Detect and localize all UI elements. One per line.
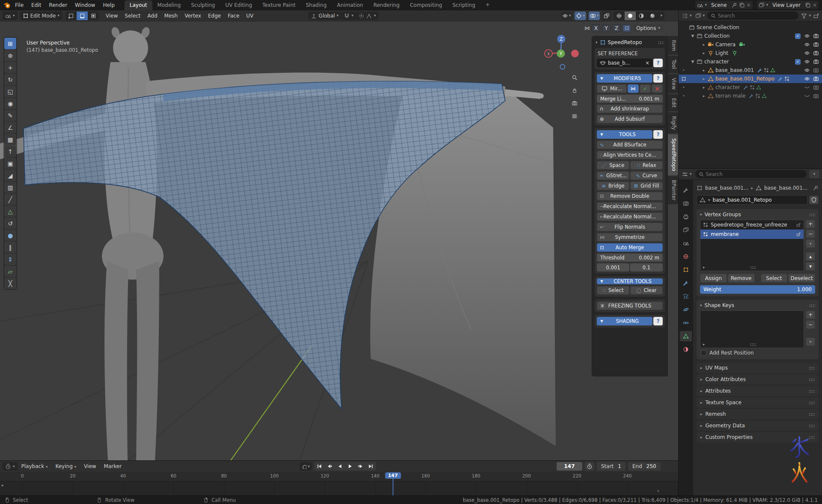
viewport-menu-item[interactable]: Mesh xyxy=(161,13,182,19)
outliner-row-base-base-001[interactable]: • ▸ base_base.001 xyxy=(679,66,822,75)
proportional-editing-group[interactable]: ▾ xyxy=(356,12,378,20)
deselect-button[interactable]: Deselect xyxy=(788,274,815,283)
exclude-checkbox[interactable]: ✓ xyxy=(795,33,801,39)
symmetrize-button[interactable]: ⋈Symmetrize xyxy=(597,233,663,242)
scene-selector[interactable]: ▾ Scene × xyxy=(695,1,752,9)
workspace-tab[interactable]: Layout xyxy=(125,0,152,10)
expander-icon[interactable]: ▸ xyxy=(700,77,708,81)
tool-button[interactable]: ↺ xyxy=(4,218,16,229)
collapsed-panel[interactable]: ▸ Color Attributes xyxy=(697,374,819,385)
visibility-dropdown[interactable]: ▾ xyxy=(561,12,572,20)
tool-button[interactable]: ↻ xyxy=(4,74,16,85)
play-reverse-button[interactable] xyxy=(335,462,345,471)
disable-render-icon[interactable] xyxy=(813,50,819,56)
edge-select-button[interactable] xyxy=(77,12,88,20)
hide-eye-icon[interactable] xyxy=(804,76,810,82)
disable-render-icon[interactable] xyxy=(813,42,819,48)
editor-type-button[interactable]: ▾ xyxy=(3,12,18,20)
solid-shading-button[interactable] xyxy=(625,12,636,20)
prev-keyframe-button[interactable] xyxy=(325,462,335,471)
freezing-tools-button[interactable]: FREEZING TOOLS xyxy=(597,301,663,310)
workspace-tab[interactable]: Sculpting xyxy=(186,0,220,10)
expander-icon[interactable]: ▸ xyxy=(700,51,708,55)
playback-menu[interactable]: Playback ▾ xyxy=(18,463,52,469)
material-preview-button[interactable] xyxy=(636,12,647,20)
marker-menu[interactable]: Marker xyxy=(100,463,125,469)
center-tools-header[interactable]: ▼CENTER TOOLS xyxy=(597,278,663,284)
space-button[interactable]: ⋰Space xyxy=(597,161,629,170)
list-expand-icon[interactable]: ▸ xyxy=(703,265,705,269)
tab-render[interactable] xyxy=(680,198,692,209)
vertex-groups-list[interactable]: Speedretopo_freeze_unfreeze membrane ▸ xyxy=(700,220,804,271)
add-shrinkwrap-button[interactable]: ∩Add shrinkwrap xyxy=(597,104,663,113)
panel-grip[interactable] xyxy=(809,367,815,370)
workspace-tab[interactable]: Texture Paint xyxy=(257,0,301,10)
timeline-ruler[interactable]: 020406080100120140160180200220240 xyxy=(0,472,678,481)
collapse-icon[interactable]: ▾ xyxy=(700,213,702,217)
camera-view-icon[interactable] xyxy=(569,98,581,109)
recalculate-normals-inside-button[interactable]: ←Recalculate Normal... xyxy=(597,212,663,221)
tool-button[interactable]: ▦ xyxy=(4,134,16,145)
tab-constraints[interactable] xyxy=(680,318,692,328)
exclude-checkbox[interactable]: ✓ xyxy=(795,59,801,65)
hide-eye-icon[interactable] xyxy=(804,67,810,73)
add-shape-key-button[interactable]: + xyxy=(806,310,815,319)
view-layer-name[interactable]: View Layer xyxy=(770,2,803,8)
tool-button[interactable]: ▥ xyxy=(4,182,16,193)
outliner-row-character-mesh[interactable]: • ▸ character xyxy=(679,83,822,92)
merge-limit-field[interactable]: Merge Li... 0.001 m xyxy=(597,95,663,103)
panel-grip[interactable] xyxy=(809,304,815,307)
use-preview-range-button[interactable] xyxy=(585,462,594,471)
breadcrumb-data[interactable]: base_base.001... xyxy=(764,185,807,191)
pin-icon[interactable] xyxy=(813,185,819,191)
tab-scene[interactable] xyxy=(680,238,692,248)
orthographic-toggle-icon[interactable] xyxy=(569,110,581,122)
keying-set-dropdown[interactable]: ▾ xyxy=(308,465,310,468)
viewport-menu-item[interactable]: View xyxy=(102,13,121,19)
collapse-icon[interactable]: ▾ xyxy=(596,41,598,45)
zoom-tool-icon[interactable] xyxy=(569,72,581,83)
tool-button[interactable]: + xyxy=(4,62,16,73)
collapse-icon[interactable]: ▾ xyxy=(700,304,702,307)
relax-button[interactable]: ∷Relax xyxy=(630,161,663,170)
tool-button[interactable]: ⊞ xyxy=(4,38,16,49)
threshold-field[interactable]: Threshold 0.002 m xyxy=(597,253,663,262)
shading-header[interactable]: ▼SHADING xyxy=(597,317,652,325)
delete-mirror-button[interactable]: × xyxy=(652,84,663,93)
hide-eye-icon[interactable] xyxy=(804,50,810,56)
tool-button[interactable]: ◉ xyxy=(4,98,16,109)
list-grip[interactable] xyxy=(750,266,756,269)
filter-dropdown[interactable]: ▾ xyxy=(800,12,812,20)
align-vertices-button[interactable]: ∴Align Vertices to Ce... xyxy=(597,151,663,159)
list-grip[interactable] xyxy=(750,343,756,346)
hide-eye-closed-icon[interactable] xyxy=(804,93,810,99)
sidebar-tab[interactable]: Rigify xyxy=(668,112,678,134)
properties-search[interactable] xyxy=(695,170,807,178)
outliner-row-light[interactable]: ▸ Light xyxy=(679,49,822,57)
tool-button[interactable]: ╱ xyxy=(4,194,16,205)
tool-button[interactable]: ▣ xyxy=(4,158,16,169)
wireframe-shading-button[interactable] xyxy=(614,12,625,20)
panel-grip[interactable] xyxy=(809,413,815,416)
channel-expander-icon[interactable]: ▸ xyxy=(2,483,4,487)
gizmos-toggle[interactable]: ▾ xyxy=(575,12,586,20)
clear-reference-icon[interactable]: × xyxy=(645,60,649,66)
tab-particles[interactable] xyxy=(680,291,692,301)
collapsed-panel[interactable]: ▸ UV Maps xyxy=(697,363,819,373)
falloff-curve-icon[interactable] xyxy=(366,13,372,19)
next-keyframe-button[interactable] xyxy=(355,462,366,471)
collapsed-panel[interactable]: ▸ Geometry Data xyxy=(697,420,819,431)
vertex-select-button[interactable] xyxy=(66,12,77,20)
disable-render-icon[interactable] xyxy=(813,59,819,65)
face-select-button[interactable] xyxy=(88,12,99,20)
sidebar-tab[interactable]: View xyxy=(668,74,678,93)
panel-grip[interactable] xyxy=(658,41,664,44)
mirror-modifier-button[interactable]: Mir... xyxy=(597,84,627,93)
threshold-preset-001[interactable]: 0.001 xyxy=(597,263,629,271)
center-clear-button[interactable]: ▢Clear xyxy=(630,286,663,295)
auto-merge-button[interactable]: ⊡Auto Merge xyxy=(597,243,663,252)
modifiers-header[interactable]: ▼MODIFIERS xyxy=(597,74,652,83)
move-group-up-button[interactable]: ▲ xyxy=(806,252,815,261)
expander-icon[interactable]: ▼ xyxy=(689,34,697,38)
help-button[interactable]: ? xyxy=(653,130,663,139)
